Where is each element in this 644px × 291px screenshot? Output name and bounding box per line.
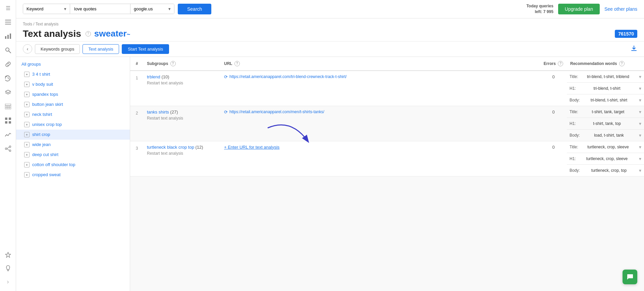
rec-expand-icon[interactable]: ▾ — [639, 168, 641, 173]
svg-rect-2 — [5, 24, 11, 24]
group-expand-icon[interactable]: + — [24, 172, 30, 177]
grid-icon[interactable] — [4, 117, 12, 125]
key-icon[interactable] — [4, 46, 12, 54]
search-button[interactable]: Search — [178, 4, 211, 14]
subgroup-name[interactable]: tanks shirts (27) — [147, 110, 178, 115]
rec-expand-icon[interactable]: ▾ — [639, 109, 641, 115]
rec-cell: H1: t-shirt, tank, top ▾ — [567, 118, 644, 129]
group-label: button jean skirt — [32, 102, 63, 107]
tabs-row: ‹ Keywords groups Text analysis Start Te… — [16, 42, 644, 57]
search-term-input[interactable] — [70, 4, 130, 14]
group-expand-icon[interactable]: + — [24, 152, 30, 157]
table-body: 1trblend (10)Restart text analysis⟳https… — [130, 71, 644, 176]
table-icon[interactable] — [4, 102, 12, 111]
group-expand-icon[interactable]: + — [24, 122, 30, 127]
rec-expand-icon[interactable]: ▾ — [639, 156, 641, 161]
bulb-icon[interactable] — [4, 264, 12, 272]
subgroups-help-icon[interactable]: ? — [170, 61, 176, 66]
keyword-badge[interactable]: sweater~ — [94, 28, 130, 39]
svg-rect-17 — [9, 121, 11, 124]
enter-url-link[interactable]: + Enter URL for text analysis — [224, 145, 279, 150]
rec-expand-icon[interactable]: ▾ — [639, 86, 641, 91]
restart-link[interactable]: Restart text analysis — [147, 151, 217, 156]
rec-expand-icon[interactable]: ▾ — [639, 97, 641, 103]
list-icon[interactable] — [4, 18, 12, 26]
tab-text-analysis[interactable]: Text analysis — [83, 44, 119, 54]
title-help-icon[interactable]: ? — [86, 31, 91, 37]
group-expand-icon[interactable]: + — [24, 102, 30, 107]
connector-icon[interactable] — [4, 145, 12, 153]
rec-help-icon[interactable]: ? — [619, 61, 625, 66]
group-expand-icon[interactable]: + — [24, 132, 30, 137]
group-item[interactable]: +v body suit — [16, 79, 130, 89]
sidebar: ☰ › — [0, 0, 16, 291]
group-expand-icon[interactable]: + — [24, 72, 30, 77]
subgroup-name[interactable]: trblend (10) — [147, 74, 169, 79]
see-other-plans-link[interactable]: See other plans — [604, 6, 637, 12]
start-text-analysis-button[interactable]: Start Text analysis — [122, 44, 169, 54]
breadcrumb: Tools / Text analysis — [23, 22, 637, 26]
trending-icon[interactable] — [4, 131, 12, 139]
tab-back-button[interactable]: ‹ — [23, 44, 32, 54]
chat-bubble[interactable] — [623, 270, 637, 284]
group-item[interactable]: +3 4 t shirt — [16, 69, 130, 79]
errors-help-icon[interactable]: ? — [558, 61, 563, 66]
restart-link[interactable]: Restart text analysis — [147, 81, 217, 85]
group-expand-icon[interactable]: + — [24, 142, 30, 147]
group-expand-icon[interactable]: + — [24, 92, 30, 97]
group-item[interactable]: +neck tshirt — [16, 110, 130, 120]
rec-expand-icon[interactable]: ▾ — [639, 133, 641, 138]
chart-bar-icon[interactable] — [4, 32, 12, 40]
group-item[interactable]: +cropped sweat — [16, 170, 130, 180]
group-item[interactable]: +button jean skirt — [16, 99, 130, 110]
group-expand-icon[interactable]: + — [24, 112, 30, 117]
svg-rect-5 — [10, 33, 11, 39]
region-select-label: google.us — [134, 6, 153, 11]
group-item[interactable]: +wide jean — [16, 140, 130, 150]
url-link[interactable]: ⟳https://retail.americanapparel.com/tri-… — [224, 74, 537, 79]
expand-right-icon[interactable]: › — [4, 278, 12, 286]
left-panel: All groups +3 4 t shirt+v body suit+span… — [16, 57, 130, 291]
menu-icon[interactable]: ☰ — [4, 4, 12, 12]
svg-line-7 — [8, 51, 11, 53]
breadcrumb-tools-link[interactable]: Tools — [23, 22, 32, 26]
group-item[interactable]: +spandex tops — [16, 89, 130, 99]
subgroup-name[interactable]: turtleneck black crop top (12) — [147, 145, 203, 150]
rec-expand-icon[interactable]: ▾ — [639, 74, 641, 79]
download-button[interactable] — [631, 45, 637, 53]
queries-info: Today queries left: 7 995 — [526, 3, 553, 15]
rec-label: Title: — [570, 145, 578, 149]
group-label: cropped sweat — [32, 172, 61, 177]
layers-icon[interactable] — [4, 88, 12, 96]
rec-cell: H1: turtleneck, crop, sleeve ▾ — [567, 153, 644, 164]
tab-keywords-groups[interactable]: Keywords groups — [35, 44, 80, 54]
all-groups-header[interactable]: All groups — [16, 57, 130, 69]
svg-marker-8 — [5, 90, 11, 93]
group-expand-icon[interactable]: + — [24, 162, 30, 167]
upgrade-plan-button[interactable]: Upgrade plan — [558, 4, 600, 14]
row-num: 1 — [130, 71, 144, 106]
link-icon[interactable] — [4, 60, 12, 68]
star-icon[interactable] — [4, 251, 12, 259]
keyword-select-label: Keyword — [26, 6, 44, 11]
keyword-select[interactable]: Keyword ▾ — [23, 4, 70, 14]
url-link[interactable]: ⟳https://retail.americanapparel.com/men/… — [224, 110, 537, 115]
rec-row: H1: tri-blend, t-shirt ▾ — [570, 85, 641, 92]
region-select[interactable]: google.us ▾ — [130, 4, 174, 14]
rec-expand-icon[interactable]: ▾ — [639, 144, 641, 150]
group-item[interactable]: +unisex crop top — [16, 120, 130, 130]
svg-point-19 — [9, 146, 11, 148]
analysis-table: # Subgroups ? URL ? Errors ? — [130, 57, 644, 176]
col-errors: Errors ? — [540, 57, 567, 71]
rec-row: Title: tri-blend, t-shirt, triblend ▾ — [570, 73, 641, 80]
url-help-icon[interactable]: ? — [234, 61, 240, 66]
group-item[interactable]: +shirt crop — [16, 130, 130, 140]
restart-link[interactable]: Restart text analysis — [147, 116, 217, 121]
history-icon[interactable] — [4, 74, 12, 82]
col-url: URL ? — [221, 57, 540, 71]
group-item[interactable]: +deep cut shirt — [16, 150, 130, 160]
rec-expand-icon[interactable]: ▾ — [639, 121, 641, 126]
svg-line-22 — [7, 149, 9, 150]
group-expand-icon[interactable]: + — [24, 82, 30, 87]
group-item[interactable]: +cotton off shoulder top — [16, 160, 130, 170]
